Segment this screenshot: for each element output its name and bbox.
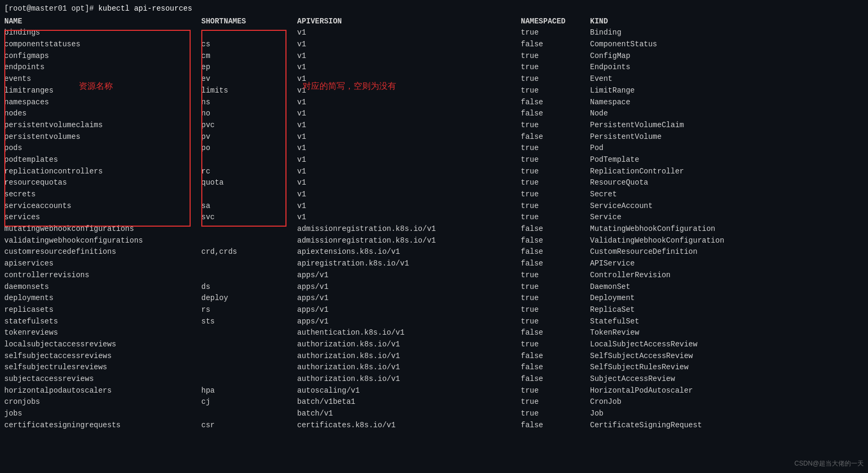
cell-name: validatingwebhookconfigurations <box>4 235 201 247</box>
cell-name: configmaps <box>4 51 201 62</box>
prompt: [root@master01 opt]# <box>4 4 94 13</box>
cell-api: admissionregistration.k8s.io/v1 <box>297 223 521 235</box>
cell-kind: MutatingWebhookConfiguration <box>590 223 776 235</box>
cell-kind: Service <box>590 212 776 223</box>
cell-short: cj <box>201 396 297 408</box>
table-row: namespacesnsv1falseNamespace <box>4 97 864 109</box>
cell-name: cronjobs <box>4 396 201 408</box>
cell-kind: PersistentVolumeClaim <box>590 120 776 131</box>
cell-api: apps/v1 <box>297 316 521 328</box>
cell-kind: Secret <box>590 189 776 201</box>
cell-kind: CertificateSigningRequest <box>590 420 776 431</box>
cell-short: po <box>201 143 297 154</box>
table-row: selfsubjectaccessreviewsauthorization.k8… <box>4 351 864 362</box>
cell-kind: ReplicationController <box>590 166 776 178</box>
cell-kind: SelfSubjectRulesReview <box>590 362 776 374</box>
cell-namespaced: false <box>521 327 590 339</box>
cell-api: apiextensions.k8s.io/v1 <box>297 246 521 258</box>
cell-name: namespaces <box>4 97 201 109</box>
table-row: customresourcedefinitionscrd,crdsapiexte… <box>4 246 864 258</box>
cell-short: deploy <box>201 293 297 304</box>
cell-name: replicasets <box>4 304 201 316</box>
table-row: cronjobscjbatch/v1beta1trueCronJob <box>4 396 864 408</box>
cell-api: apps/v1 <box>297 293 521 304</box>
cell-name: localsubjectaccessreviews <box>4 339 201 351</box>
cell-namespaced: false <box>521 39 590 51</box>
cell-kind: Deployment <box>590 293 776 304</box>
cell-namespaced: true <box>521 316 590 328</box>
table-row: servicessvcv1trueService <box>4 212 864 223</box>
cell-api: v1 <box>297 177 521 189</box>
cell-namespaced: true <box>521 120 590 131</box>
cell-name: services <box>4 212 201 223</box>
cell-short: svc <box>201 212 297 223</box>
cell-api: autoscaling/v1 <box>297 385 521 397</box>
cell-api: v1 <box>297 201 521 212</box>
cell-name: serviceaccounts <box>4 201 201 212</box>
cell-name: componentstatuses <box>4 39 201 51</box>
cell-kind: ControllerRevision <box>590 270 776 281</box>
cell-kind: Binding <box>590 27 776 39</box>
cell-short <box>201 189 297 201</box>
cell-short: pvc <box>201 120 297 131</box>
cell-name: subjectaccessreviews <box>4 374 201 385</box>
cell-api: apps/v1 <box>297 270 521 281</box>
cell-short <box>201 408 297 420</box>
cell-name: selfsubjectaccessreviews <box>4 351 201 362</box>
cell-namespaced: true <box>521 339 590 351</box>
watermark: CSDN@超当大佬的一天 <box>795 459 864 469</box>
cell-namespaced: false <box>521 235 590 247</box>
cell-short <box>201 258 297 270</box>
cell-api: authentication.k8s.io/v1 <box>297 327 521 339</box>
table-row: endpointsepv1trueEndpoints <box>4 62 864 73</box>
cell-short: rc <box>201 166 297 178</box>
cell-namespaced: false <box>521 246 590 258</box>
cell-namespaced: false <box>521 131 590 143</box>
cell-api: v1 <box>297 73 521 85</box>
cell-short <box>201 339 297 351</box>
cell-name: controllerrevisions <box>4 270 201 281</box>
cell-short: quota <box>201 177 297 189</box>
cell-short: hpa <box>201 385 297 397</box>
cell-short: ns <box>201 97 297 109</box>
table-row: daemonsetsdsapps/v1trueDaemonSet <box>4 281 864 293</box>
cell-short: rs <box>201 304 297 316</box>
cell-namespaced: true <box>521 154 590 166</box>
cell-api: v1 <box>297 97 521 109</box>
cell-short <box>201 327 297 339</box>
cell-kind: LocalSubjectAccessReview <box>590 339 776 351</box>
cell-name: events <box>4 73 201 85</box>
cell-name: mutatingwebhookconfigurations <box>4 223 201 235</box>
table-row: localsubjectaccessreviewsauthorization.k… <box>4 339 864 351</box>
table-row: apiservicesapiregistration.k8s.io/v1fals… <box>4 258 864 270</box>
cell-kind: DaemonSet <box>590 281 776 293</box>
cell-name: daemonsets <box>4 281 201 293</box>
cell-api: batch/v1 <box>297 408 521 420</box>
cell-name: certificatesigningrequests <box>4 420 201 431</box>
cell-api: authorization.k8s.io/v1 <box>297 374 521 385</box>
cell-short <box>201 235 297 247</box>
table-row: tokenreviewsauthentication.k8s.io/v1fals… <box>4 327 864 339</box>
cell-kind: Endpoints <box>590 62 776 73</box>
col-header-apiversion: APIVERSION <box>297 16 521 28</box>
cell-namespaced: true <box>521 385 590 397</box>
cell-kind: CronJob <box>590 396 776 408</box>
table-row: replicationcontrollersrcv1trueReplicatio… <box>4 166 864 178</box>
cell-namespaced: true <box>521 293 590 304</box>
cell-kind: StatefulSet <box>590 316 776 328</box>
cell-kind: ResourceQuota <box>590 177 776 189</box>
cell-short: cm <box>201 51 297 62</box>
cell-api: v1 <box>297 166 521 178</box>
cell-name: deployments <box>4 293 201 304</box>
cell-kind: SelfSubjectAccessReview <box>590 351 776 362</box>
col-header-shortnames: SHORTNAMES <box>201 16 297 28</box>
cell-api: apps/v1 <box>297 281 521 293</box>
cell-api: authorization.k8s.io/v1 <box>297 339 521 351</box>
cell-short: sts <box>201 316 297 328</box>
cell-kind: LimitRange <box>590 85 776 97</box>
cell-short: csr <box>201 420 297 431</box>
cell-api: v1 <box>297 131 521 143</box>
cell-namespaced: true <box>521 189 590 201</box>
cell-namespaced: true <box>521 85 590 97</box>
cell-name: limitranges <box>4 85 201 97</box>
